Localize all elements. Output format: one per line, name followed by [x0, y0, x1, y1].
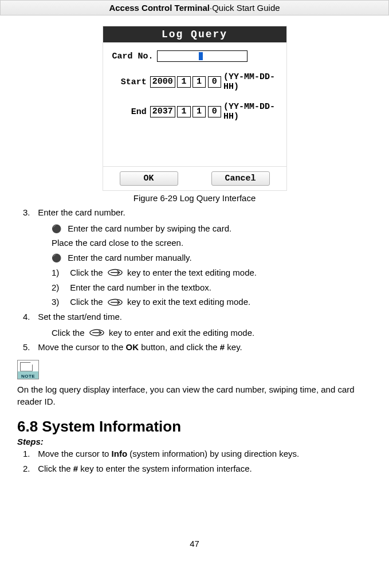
card-no-label: Card No.	[109, 52, 157, 61]
step-4b: key to enter and exit the editing mode.	[109, 328, 254, 338]
section-step-2: 2. Click the # key to enter the system i…	[17, 462, 372, 476]
bullet-icon: ⚫	[52, 223, 65, 236]
step-3-sub-2: 2) Enter the card number in the textbox.	[52, 281, 372, 294]
start-year-input[interactable]: 2000	[150, 76, 175, 88]
step-number: 3.	[23, 206, 36, 219]
step-5-ok: OK	[126, 342, 139, 352]
section-step-1: 1. Move the cursor to Info (system infor…	[17, 448, 372, 461]
step-number: 5.	[23, 341, 36, 354]
edit-key-icon	[108, 296, 123, 309]
note-text: On the log query display interface, you …	[17, 383, 372, 407]
steps-label: Steps:	[17, 437, 372, 446]
step-5a: Move the cursor to the	[38, 342, 125, 352]
edit-key-icon	[108, 266, 123, 280]
log-query-device-screen: Log Query Card No. Start 2000 1 1 0 (YY-…	[103, 26, 287, 191]
ok-button[interactable]: OK	[120, 171, 178, 186]
end-format-hint: (YY-MM-DD-HH)	[223, 102, 281, 121]
start-day-input[interactable]: 1	[192, 76, 206, 88]
section-step-1b: (system information) by using direction …	[127, 449, 299, 458]
caption-number: Figure 6-29	[133, 193, 178, 203]
step-3-bullet-2-text: Enter the card number manually.	[68, 253, 192, 262]
text-cursor-icon	[199, 52, 203, 60]
substep-number: 1)	[52, 266, 68, 279]
bullet-icon: ⚫	[52, 252, 65, 265]
step-3-bullet-2: ⚫ Enter the card number manually.	[52, 251, 372, 265]
step-3-sub-3b: key to exit the text editing mode.	[127, 297, 250, 307]
step-3-sub-1a: Click the	[70, 268, 103, 277]
start-label: Start	[109, 77, 150, 87]
step-3-sub-3: 3) Click the key to exit the text editin…	[52, 295, 372, 309]
end-year-input[interactable]: 2037	[150, 106, 175, 117]
step-4-text: Set the start/end time.	[38, 312, 122, 322]
edit-key-icon	[89, 327, 104, 340]
log-query-title: Log Query	[103, 26, 286, 42]
step-number: 1.	[23, 448, 36, 461]
end-hour-input[interactable]: 0	[208, 106, 221, 117]
step-5-hash: #	[220, 342, 225, 352]
start-hour-input[interactable]: 0	[208, 76, 221, 88]
step-5c: key.	[225, 342, 242, 352]
step-3-sub-3a: Click the	[70, 297, 103, 307]
step-3-sub-2-text: Enter the card number in the textbox.	[70, 283, 211, 292]
step-3: 3. Enter the card number.	[17, 206, 372, 219]
figure-log-query: Log Query Card No. Start 2000 1 1 0 (YY-…	[17, 26, 372, 203]
start-format-hint: (YY-MM-DD-HH)	[223, 72, 281, 92]
substep-number: 2)	[52, 281, 68, 294]
step-number: 2.	[23, 462, 36, 476]
section-heading: 6.8 System Information	[17, 418, 372, 436]
step-4a: Click the	[52, 328, 85, 338]
caption-text: Log Query Interface	[180, 193, 256, 203]
step-number: 4.	[23, 311, 36, 324]
page-number: 47	[17, 539, 372, 548]
section-step-2b: key to enter the system information inte…	[78, 464, 252, 473]
step-5b: button, and click the	[139, 342, 220, 352]
substep-number: 3)	[52, 295, 68, 308]
card-no-input[interactable]	[157, 50, 247, 62]
cancel-button[interactable]: Cancel	[211, 171, 270, 186]
step-3-bullet-1: ⚫ Enter the card number by swiping the c…	[52, 222, 372, 236]
page-header: Access Control Terminal·Quick Start Guid…	[0, 0, 389, 15]
step-3-text: Enter the card number.	[38, 207, 125, 217]
step-3-bullet-1-text: Enter the card number by swiping the car…	[68, 224, 231, 233]
step-4-sub: Click the key to enter and exit the edit…	[52, 326, 372, 340]
start-month-input[interactable]: 1	[177, 76, 190, 88]
header-rest: Quick Start Guide	[212, 3, 280, 13]
step-4: 4. Set the start/end time.	[17, 311, 372, 324]
step-3-sub-1b: key to enter the text editing mode.	[127, 268, 257, 277]
figure-caption: Figure 6-29 Log Query Interface	[17, 193, 372, 203]
section-step-2a: Click the	[38, 464, 73, 473]
header-bold: Access Control Terminal	[109, 3, 210, 13]
end-label: End	[109, 107, 150, 117]
step-3-sub-1: 1) Click the key to enter the text editi…	[52, 266, 372, 280]
end-day-input[interactable]: 1	[192, 106, 206, 117]
section-step-1-info: Info	[112, 449, 128, 458]
section-step-1a: Move the cursor to	[38, 449, 111, 458]
section-step-2-hash: #	[73, 464, 78, 473]
note-icon	[17, 360, 39, 379]
end-month-input[interactable]: 1	[177, 106, 190, 117]
step-5: 5. Move the cursor to the OK button, and…	[17, 341, 372, 354]
step-3-bullet-1-sub: Place the card close to the screen.	[52, 236, 372, 249]
